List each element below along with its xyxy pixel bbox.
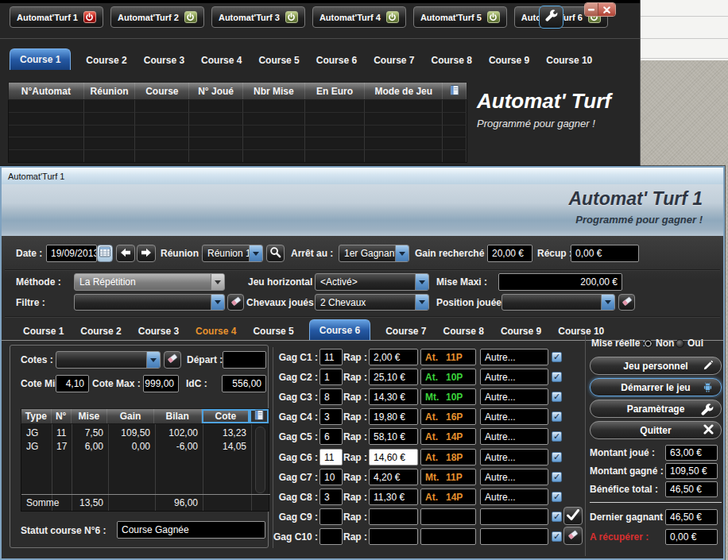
gag-num-field[interactable]: 10 bbox=[319, 469, 343, 485]
gag-checkbox[interactable]: ✓ bbox=[552, 492, 562, 502]
demarrer-le-jeu-button[interactable]: Démarrer le jeu bbox=[590, 378, 722, 396]
at-field[interactable] bbox=[420, 508, 476, 525]
clear-gag-button[interactable] bbox=[563, 527, 583, 545]
column-header[interactable]: En Euro bbox=[305, 83, 366, 99]
tab-course-8[interactable]: Course 8 bbox=[430, 51, 474, 70]
tab-course-6[interactable]: Course 6 bbox=[309, 319, 370, 341]
gain-field[interactable]: 20,00 € bbox=[487, 245, 532, 262]
gag-num-field[interactable]: 11 bbox=[319, 449, 343, 465]
tab-course-9[interactable]: Course 9 bbox=[499, 322, 543, 341]
gag-num-field[interactable]: 6 bbox=[319, 428, 343, 445]
column-header[interactable]: Course bbox=[135, 83, 189, 99]
tab-course-2[interactable]: Course 2 bbox=[84, 51, 128, 70]
tab-course-1[interactable]: Course 1 bbox=[21, 322, 65, 341]
cote-max-field[interactable]: 999,00 bbox=[143, 375, 179, 392]
autre-field[interactable]: Autre... bbox=[480, 489, 548, 505]
tab-course-8[interactable]: Course 8 bbox=[442, 322, 486, 341]
automatturf-5-button[interactable]: Automat'Turf 5 bbox=[413, 6, 507, 28]
at-field[interactable]: Mt.10P bbox=[420, 388, 476, 405]
gag-checkbox[interactable]: ✓ bbox=[552, 512, 562, 522]
tab-course-3[interactable]: Course 3 bbox=[142, 51, 186, 70]
automatturf-2-button[interactable]: Automat'Turf 2 bbox=[110, 6, 204, 28]
column-header[interactable]: Mode de Jeu bbox=[365, 83, 443, 99]
autre-field[interactable] bbox=[480, 508, 548, 525]
filtre-clear-button[interactable] bbox=[227, 294, 244, 311]
mise-reelle-oui-radio[interactable] bbox=[676, 339, 684, 348]
rap-field[interactable]: 25,10 € bbox=[369, 369, 418, 385]
filtre-select[interactable] bbox=[74, 294, 225, 311]
automatturf-1-button[interactable]: Automat'Turf 1 bbox=[10, 6, 103, 28]
autre-field[interactable]: Autre... bbox=[480, 428, 548, 445]
autre-field[interactable]: Autre... bbox=[480, 469, 548, 485]
position-jouee-select[interactable] bbox=[501, 294, 615, 311]
at-field[interactable]: At.18P bbox=[420, 449, 476, 465]
column-header[interactable]: Bilan bbox=[154, 409, 202, 423]
autre-field[interactable]: Autre... bbox=[480, 388, 548, 405]
rap-field[interactable]: 11,30 € bbox=[369, 489, 418, 505]
automatturf-3-button[interactable]: Automat'Turf 3 bbox=[211, 6, 305, 28]
rap-field[interactable] bbox=[369, 508, 418, 525]
tab-course-7[interactable]: Course 7 bbox=[384, 322, 428, 341]
delete-table-button[interactable] bbox=[443, 83, 467, 99]
column-header[interactable]: Type bbox=[21, 409, 52, 423]
delete-table-button[interactable] bbox=[250, 409, 269, 423]
calendar-button[interactable] bbox=[97, 245, 113, 262]
gag-checkbox[interactable]: ✓ bbox=[552, 372, 562, 382]
column-header[interactable]: Cote bbox=[202, 409, 250, 423]
column-header[interactable]: N° Joué bbox=[189, 83, 243, 99]
tab-course-10[interactable]: Course 10 bbox=[544, 51, 594, 70]
close-button[interactable] bbox=[598, 3, 615, 16]
at-field[interactable]: Mt.11P bbox=[420, 469, 476, 485]
mise-reelle-non-radio[interactable] bbox=[644, 339, 652, 348]
date-field[interactable]: 19/09/2013 bbox=[46, 245, 97, 262]
recup-field[interactable]: 0,00 € bbox=[571, 245, 639, 262]
table-scrollbar[interactable] bbox=[255, 427, 265, 493]
gag-num-field[interactable] bbox=[319, 508, 343, 525]
jeu-horizontal-select[interactable]: <Activé> bbox=[315, 273, 429, 291]
parametrage-button[interactable]: Paramètrage bbox=[590, 400, 722, 418]
column-header[interactable]: Nbr Mise bbox=[243, 83, 305, 99]
position-clear-button[interactable] bbox=[618, 294, 635, 311]
gag-num-field[interactable]: 3 bbox=[319, 489, 343, 505]
at-field[interactable]: At.10P bbox=[420, 369, 476, 385]
mise-maxi-field[interactable]: 200,00 € bbox=[498, 273, 622, 291]
dialog-titlebar[interactable]: Automat'Turf 1 bbox=[2, 168, 723, 184]
gag-num-field[interactable]: 8 bbox=[319, 388, 343, 405]
tab-course-2[interactable]: Course 2 bbox=[79, 322, 122, 341]
search-button[interactable] bbox=[266, 245, 285, 262]
autre-field[interactable]: Autre... bbox=[480, 369, 548, 385]
gag-checkbox[interactable]: ✓ bbox=[552, 531, 562, 542]
chevaux-joues-select[interactable]: 2 Chevaux bbox=[315, 294, 429, 311]
cotes-select[interactable] bbox=[56, 351, 161, 369]
tab-course-6[interactable]: Course 6 bbox=[315, 51, 358, 70]
column-header[interactable]: Gain bbox=[107, 409, 154, 423]
arret-select[interactable]: 1er Gagnant bbox=[339, 245, 409, 262]
column-header[interactable]: Mise bbox=[72, 409, 108, 423]
tab-course-4[interactable]: Course 4 bbox=[194, 322, 238, 341]
next-date-button[interactable] bbox=[137, 245, 156, 262]
gag-checkbox[interactable]: ✓ bbox=[552, 452, 562, 462]
gag-num-field[interactable]: 3 bbox=[319, 408, 343, 425]
gag-num-field[interactable]: 11 bbox=[319, 349, 343, 365]
rap-field[interactable]: 14,60 € bbox=[369, 449, 418, 465]
autre-field[interactable]: Autre... bbox=[480, 449, 548, 465]
rap-field[interactable]: 4,20 € bbox=[369, 469, 418, 485]
at-field[interactable]: At.16P bbox=[420, 408, 476, 425]
quitter-button[interactable]: Quitter bbox=[590, 421, 722, 439]
statut-field[interactable]: Course Gagnée bbox=[117, 521, 265, 539]
idc-field[interactable]: 556,00 bbox=[222, 375, 266, 392]
previous-date-button[interactable] bbox=[116, 245, 135, 262]
rap-field[interactable] bbox=[369, 528, 418, 545]
jeu-personnel-button[interactable]: Jeu personnel bbox=[590, 357, 722, 375]
rap-field[interactable]: 58,10 € bbox=[369, 428, 418, 445]
rap-field[interactable]: 19,80 € bbox=[369, 408, 418, 425]
at-field[interactable]: At.14P bbox=[420, 489, 476, 505]
tab-course-5[interactable]: Course 5 bbox=[257, 51, 300, 70]
gag-checkbox[interactable]: ✓ bbox=[552, 431, 562, 442]
tab-course-9[interactable]: Course 9 bbox=[487, 51, 531, 70]
at-field[interactable]: At.14P bbox=[420, 428, 476, 445]
rap-field[interactable]: 2,00 € bbox=[369, 349, 418, 365]
settings-wrench-button[interactable] bbox=[539, 6, 563, 29]
automatturf-4-button[interactable]: Automat'Turf 4 bbox=[312, 6, 406, 28]
tab-course-3[interactable]: Course 3 bbox=[137, 322, 180, 341]
